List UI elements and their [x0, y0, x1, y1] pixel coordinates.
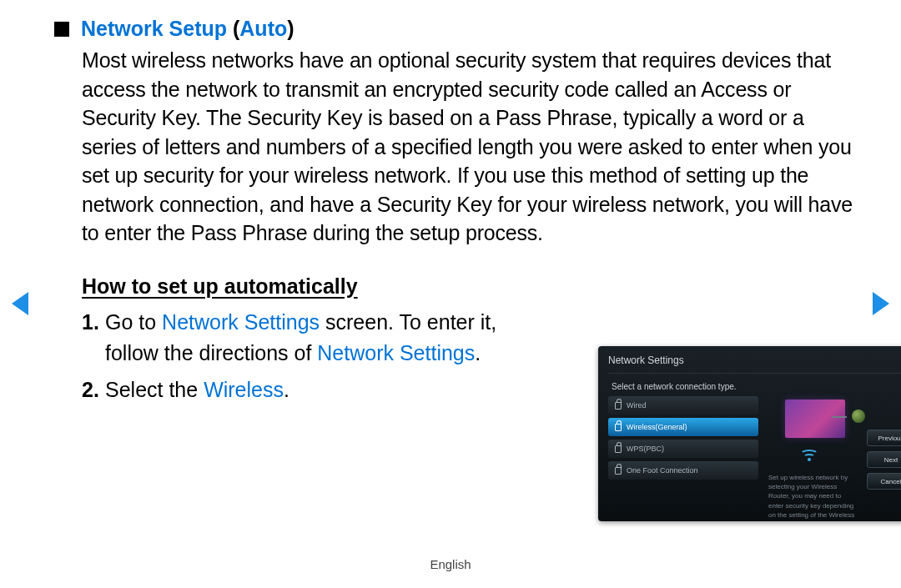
inset-button-column: Previous Next Cancel	[867, 396, 901, 521]
connector-line-icon	[832, 416, 847, 418]
next-page-arrow[interactable]	[873, 292, 889, 315]
lock-icon	[615, 402, 622, 410]
wifi-icon	[802, 450, 817, 461]
inset-help-text: Set up wireless network by selecting you…	[768, 473, 857, 521]
inset-body: WiredWireless(General)WPS(PBC)One Foot C…	[608, 396, 901, 521]
connection-type-list: WiredWireless(General)WPS(PBC)One Foot C…	[608, 396, 758, 521]
connection-option-2[interactable]: WPS(PBC)	[608, 440, 758, 458]
footer-language: English	[0, 557, 901, 571]
heading-text: Network Setup (Auto)	[81, 17, 294, 41]
connection-option-label: Wired	[627, 401, 647, 410]
inset-preview-pane: Set up wireless network by selecting you…	[767, 396, 858, 521]
globe-icon	[852, 410, 865, 423]
subheading: How to set up automatically	[82, 274, 855, 299]
paren-close: )	[287, 17, 294, 40]
inset-subtitle: Select a network connection type.	[608, 373, 901, 396]
lock-icon	[615, 467, 622, 475]
square-bullet-icon	[54, 22, 69, 37]
lock-icon	[615, 424, 622, 431]
inset-title-row: Network Settings 2/6	[608, 354, 901, 373]
connection-option-label: WPS(PBC)	[627, 445, 664, 453]
previous-button[interactable]: Previous	[867, 430, 901, 446]
step-body: Select the Wireless.	[105, 374, 289, 406]
prev-page-arrow[interactable]	[12, 292, 28, 315]
heading-main: Network Setup	[81, 17, 233, 40]
step-number: 2.	[82, 374, 105, 406]
connection-option-label: One Foot Connection	[627, 466, 698, 475]
step-body: Go to Network Settings screen. To enter …	[105, 307, 539, 369]
preview-thumbnail	[785, 400, 845, 438]
connection-option-1[interactable]: Wireless(General)	[608, 418, 758, 436]
section-heading: Network Setup (Auto)	[54, 17, 855, 41]
step-number: 1.	[82, 307, 105, 369]
connection-option-label: Wireless(General)	[627, 423, 687, 431]
page-content: Network Setup (Auto) Most wireless netwo…	[54, 17, 855, 410]
connection-option-0[interactable]: Wired	[608, 396, 758, 415]
body-paragraph: Most wireless networks have an optional …	[82, 46, 855, 248]
cancel-button[interactable]: Cancel	[867, 473, 901, 490]
heading-sub: Auto	[239, 17, 287, 40]
connection-option-3[interactable]: One Foot Connection	[608, 461, 758, 480]
inset-title: Network Settings	[608, 354, 684, 366]
lock-icon	[615, 445, 622, 453]
inset-screenshot: Network Settings 2/6 Select a network co…	[598, 346, 901, 521]
next-button[interactable]: Next	[867, 451, 901, 468]
